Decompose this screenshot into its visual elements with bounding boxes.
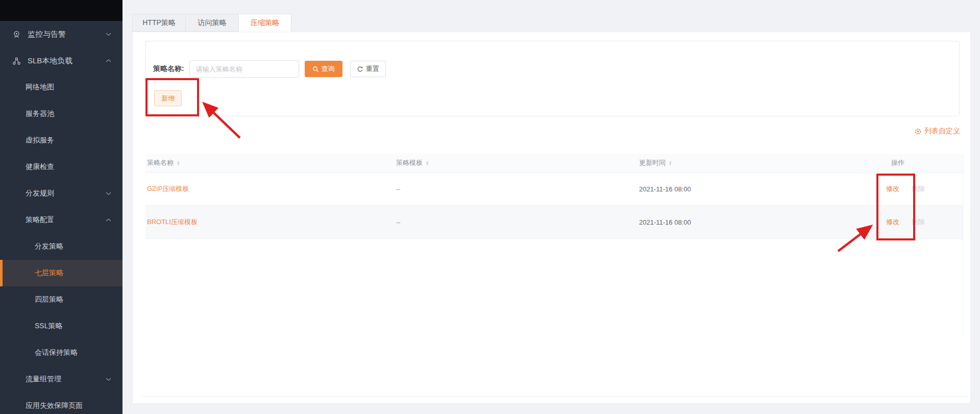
sidebar-item-label: 应用失效保障页面	[26, 401, 83, 410]
policy-name-link[interactable]: BROTLI压缩模板	[147, 218, 198, 226]
column-label: 操作	[891, 158, 904, 167]
column-header-actions: 操作	[884, 158, 963, 167]
policy-tabs: HTTP策略 访问策略 压缩策略	[132, 14, 291, 32]
sidebar-item-label: SLB本地负载	[28, 56, 72, 66]
column-label: 更新时间	[639, 158, 666, 167]
sidebar-item-label: SSL策略	[35, 322, 62, 331]
sidebar-item-layer4-policy[interactable]: 四层策略	[0, 286, 122, 313]
sidebar-item-virtual-service[interactable]: 虚拟服务	[0, 127, 122, 154]
filter-row: 策略名称: 查询 重置	[153, 60, 386, 78]
sidebar-logo-area	[0, 0, 122, 21]
chevron-down-icon	[106, 33, 111, 36]
refresh-icon	[357, 66, 363, 72]
sidebar-item-label: 健康检查	[26, 162, 54, 172]
table-row: BROTLI压缩模板 -- 2021-11-16 08:00 修改 删除	[145, 206, 963, 239]
policy-name-link[interactable]: GZIP压缩模板	[147, 185, 189, 192]
sidebar-item-server-pool[interactable]: 服务器池	[0, 101, 122, 127]
search-icon	[312, 66, 319, 72]
list-customize-link[interactable]: 列表自定义	[914, 127, 960, 136]
updated-time-cell: 2021-11-16 08:00	[639, 185, 884, 193]
sidebar-item-label: 服务器池	[26, 109, 54, 118]
table-fixed-column-divider	[963, 154, 963, 335]
search-button[interactable]: 查询	[305, 61, 342, 77]
filter-card: 策略名称: 查询 重置 新增	[145, 41, 960, 116]
sidebar-item-label: 会话保持策略	[35, 348, 78, 357]
policy-name-label: 策略名称:	[153, 64, 184, 74]
sidebar-item-label: 四层策略	[35, 295, 63, 304]
sidebar-item-layer7-policy[interactable]: 七层策略	[0, 260, 122, 286]
panel-footer-divider	[141, 396, 969, 397]
table-row: GZIP压缩模板 -- 2021-11-16 08:00 修改 删除	[145, 173, 963, 206]
sort-icon[interactable]: ▲▼	[177, 160, 180, 165]
policy-template-cell: --	[396, 218, 639, 226]
updated-time-cell: 2021-11-16 08:00	[639, 218, 884, 226]
sidebar-item-label: 策略配置	[26, 215, 54, 225]
sort-icon[interactable]: ▲▼	[426, 160, 429, 165]
sidebar-item-health-check[interactable]: 健康检查	[0, 154, 122, 180]
add-button-label: 新增	[161, 94, 175, 103]
sidebar-item-label: 监控与告警	[28, 30, 66, 39]
policy-name-input[interactable]	[189, 60, 299, 78]
tab-label: 压缩策略	[251, 18, 279, 28]
chevron-up-icon	[106, 59, 111, 63]
gear-icon	[914, 128, 922, 135]
sidebar-item-policy-config[interactable]: 策略配置	[0, 207, 122, 233]
chevron-down-icon	[106, 192, 111, 196]
table-header-row: 策略名称 ▲▼ 策略模板 ▲▼ 更新时间 ▲▼ 操作	[145, 154, 963, 173]
tab-label: 访问策略	[198, 18, 227, 28]
sidebar-item-label: 七层策略	[35, 269, 63, 278]
tab-http-policy[interactable]: HTTP策略	[132, 14, 185, 32]
search-button-label: 查询	[322, 64, 335, 74]
sidebar-item-label: 分发策略	[35, 242, 63, 251]
delete-action-link: 删除	[912, 184, 925, 193]
webcam-monitor-icon	[12, 30, 21, 39]
sidebar-item-traffic-group[interactable]: 流量组管理	[0, 366, 122, 393]
add-button[interactable]: 新增	[154, 90, 182, 106]
tab-label: HTTP策略	[142, 18, 176, 28]
chevron-down-icon	[106, 378, 111, 381]
sidebar-item-label: 流量组管理	[26, 375, 61, 384]
sidebar-item-slb-local-load[interactable]: SLB本地负载	[0, 47, 122, 74]
sidebar-item-monitor-alert[interactable]: 监控与告警	[0, 21, 122, 47]
column-label: 策略名称	[147, 158, 174, 167]
reset-button-label: 重置	[366, 64, 379, 74]
reset-button[interactable]: 重置	[350, 61, 386, 77]
sidebar: 监控与告警 SLB本地负载 网络地图 服务器池 虚拟服务 健康检查 分发规则 策…	[0, 0, 122, 414]
sidebar-item-distribution-policy[interactable]: 分发策略	[0, 233, 122, 260]
tab-access-policy[interactable]: 访问策略	[185, 14, 238, 32]
sidebar-item-distribution-rules[interactable]: 分发规则	[0, 180, 122, 207]
sidebar-item-ssl-policy[interactable]: SSL策略	[0, 313, 122, 339]
column-header-policy-name[interactable]: 策略名称 ▲▼	[145, 158, 396, 167]
list-customize-label: 列表自定义	[924, 127, 960, 136]
column-header-policy-template[interactable]: 策略模板 ▲▼	[396, 158, 639, 167]
sidebar-item-session-persistence-policy[interactable]: 会话保持策略	[0, 339, 122, 366]
nodes-icon	[12, 57, 21, 65]
sidebar-item-network-map[interactable]: 网络地图	[0, 74, 122, 101]
column-label: 策略模板	[396, 158, 423, 167]
chevron-up-icon	[106, 218, 111, 222]
column-header-updated-time[interactable]: 更新时间 ▲▼	[639, 158, 884, 167]
sidebar-item-label: 虚拟服务	[26, 136, 54, 145]
edit-action-link[interactable]: 修改	[886, 217, 899, 227]
compression-policy-panel: 策略名称: 查询 重置 新增 列表自定义	[132, 32, 971, 404]
sidebar-item-app-failover-page[interactable]: 应用失效保障页面	[0, 393, 122, 414]
sidebar-item-label: 分发规则	[26, 189, 54, 198]
policy-table: 策略名称 ▲▼ 策略模板 ▲▼ 更新时间 ▲▼ 操作 GZIP压缩模板 -- 2…	[145, 154, 963, 239]
sort-icon[interactable]: ▲▼	[669, 160, 672, 165]
sidebar-item-label: 网络地图	[26, 83, 54, 92]
tab-compression-policy[interactable]: 压缩策略	[238, 14, 291, 32]
delete-action-link: 删除	[912, 217, 925, 227]
policy-template-cell: --	[396, 185, 639, 193]
edit-action-link[interactable]: 修改	[886, 184, 899, 193]
